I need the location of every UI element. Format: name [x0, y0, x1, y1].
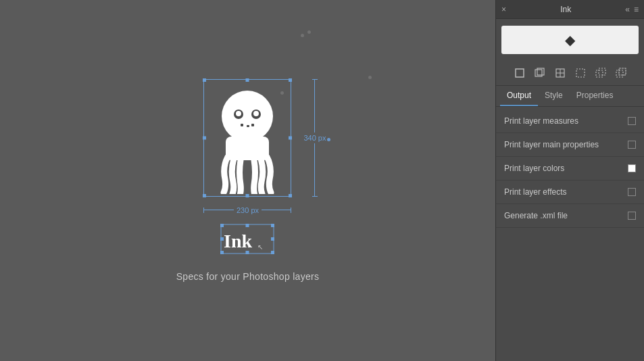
- svg-point-0: [222, 91, 273, 142]
- titlebar-icons: « ≡: [625, 5, 639, 14]
- option-generate-xml[interactable]: Generate .xml file: [496, 204, 644, 228]
- svg-point-4: [253, 111, 259, 116]
- option-print-main-props-checkbox[interactable]: [628, 141, 636, 149]
- color-drop-icon: ◆: [565, 32, 575, 48]
- decor-dot: [368, 76, 372, 79]
- layers-icon[interactable]: [532, 65, 548, 81]
- svg-rect-10: [221, 224, 274, 254]
- option-print-colors[interactable]: Print layer colors: [496, 157, 644, 180]
- octopus-wrapper: [203, 79, 291, 197]
- single-layer-icon[interactable]: [512, 65, 528, 81]
- export-icon[interactable]: [613, 65, 629, 81]
- panel: × Ink « ≡ ◆ Output Style P: [495, 0, 644, 361]
- svg-rect-12: [246, 224, 249, 227]
- canvas-content: 340 px: [176, 79, 320, 283]
- panel-titlebar: × Ink « ≡: [496, 0, 644, 19]
- decor-dot: [301, 34, 304, 37]
- panel-collapse-button[interactable]: «: [625, 5, 630, 14]
- measure-vertical: 340 px: [301, 79, 328, 197]
- canvas-area: 340 px: [0, 0, 495, 361]
- decor-dot: [307, 30, 311, 34]
- selection-icon[interactable]: [572, 65, 589, 81]
- svg-rect-30: [619, 68, 626, 75]
- svg-rect-5: [241, 124, 243, 126]
- grid-icon[interactable]: [552, 65, 568, 81]
- options-list: Print layer measures Print layer main pr…: [496, 107, 644, 361]
- option-print-measures-label: Print layer measures: [504, 116, 578, 126]
- svg-rect-11: [220, 224, 224, 227]
- svg-rect-6: [247, 125, 249, 127]
- multi-select-icon[interactable]: [593, 65, 609, 81]
- svg-rect-17: [246, 251, 249, 254]
- artwork-container: 340 px: [203, 79, 291, 197]
- option-print-effects-label: Print layer effects: [504, 187, 566, 197]
- measure-horizontal: 230 px: [203, 205, 291, 216]
- specs-label-container: Specs for your Photoshop layers: [176, 270, 320, 283]
- svg-point-3: [236, 111, 241, 116]
- text-logo-container: Ink ↖: [220, 224, 274, 257]
- svg-rect-28: [599, 68, 605, 75]
- measure-h-label: 230 px: [234, 205, 262, 216]
- color-preview[interactable]: ◆: [501, 26, 639, 54]
- option-print-effects[interactable]: Print layer effects: [496, 180, 644, 204]
- svg-rect-18: [271, 251, 274, 254]
- option-print-colors-checkbox[interactable]: [628, 164, 636, 172]
- octopus-artwork: [203, 79, 291, 194]
- svg-rect-16: [220, 251, 224, 254]
- handle-bl[interactable]: [203, 194, 206, 197]
- specs-label: Specs for your Photoshop layers: [176, 271, 320, 282]
- panel-menu-button[interactable]: ≡: [634, 5, 639, 14]
- measure-dot: [327, 138, 330, 141]
- tab-output[interactable]: Output: [500, 86, 538, 106]
- measure-v-label: 340 px: [301, 133, 328, 143]
- svg-rect-20: [516, 69, 524, 77]
- tab-style[interactable]: Style: [538, 86, 570, 106]
- option-print-main-props-label: Print layer main properties: [504, 140, 599, 149]
- option-generate-xml-checkbox[interactable]: [628, 212, 636, 220]
- svg-rect-7: [251, 124, 254, 126]
- option-generate-xml-label: Generate .xml file: [504, 211, 568, 220]
- option-print-main-props[interactable]: Print layer main properties: [496, 133, 644, 157]
- svg-text:↖: ↖: [257, 243, 263, 251]
- tab-properties[interactable]: Properties: [570, 86, 620, 106]
- tabs: Output Style Properties: [496, 86, 644, 107]
- option-print-measures-checkbox[interactable]: [628, 117, 636, 125]
- option-print-measures[interactable]: Print layer measures: [496, 110, 644, 133]
- svg-rect-13: [271, 224, 274, 227]
- handle-br[interactable]: [289, 194, 292, 197]
- svg-rect-29: [616, 70, 623, 77]
- option-print-effects-checkbox[interactable]: [628, 188, 636, 196]
- text-selection-overlay: ↖: [220, 224, 274, 254]
- svg-rect-26: [576, 69, 585, 77]
- svg-rect-27: [596, 70, 603, 77]
- icon-toolbar: [496, 61, 644, 86]
- option-print-colors-label: Print layer colors: [504, 164, 564, 173]
- panel-close-button[interactable]: ×: [501, 5, 506, 14]
- panel-title: Ink: [560, 5, 571, 14]
- svg-rect-14: [220, 237, 224, 241]
- handle-mb[interactable]: [246, 194, 249, 197]
- svg-rect-15: [271, 237, 274, 241]
